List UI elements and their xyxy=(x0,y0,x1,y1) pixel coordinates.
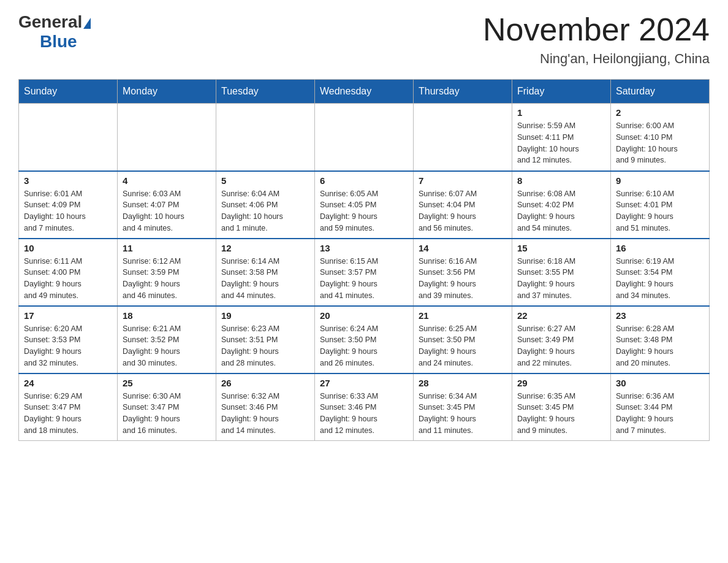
day-number: 11 xyxy=(123,243,211,253)
location-title: Ning'an, Heilongjiang, China xyxy=(483,51,710,67)
day-number: 2 xyxy=(616,107,704,118)
calendar-cell: 11Sunrise: 6:12 AM Sunset: 3:59 PM Dayli… xyxy=(118,239,216,306)
day-number: 26 xyxy=(221,378,309,388)
day-info: Sunrise: 6:27 AM Sunset: 3:49 PM Dayligh… xyxy=(517,323,605,369)
day-number: 5 xyxy=(221,175,309,186)
calendar-cell xyxy=(315,104,414,171)
day-number: 25 xyxy=(123,378,211,388)
calendar-cell: 19Sunrise: 6:23 AM Sunset: 3:51 PM Dayli… xyxy=(216,306,315,373)
calendar-cell: 18Sunrise: 6:21 AM Sunset: 3:52 PM Dayli… xyxy=(118,306,216,373)
day-number: 30 xyxy=(616,378,704,388)
calendar-cell xyxy=(19,104,118,171)
calendar-cell xyxy=(414,104,512,171)
calendar-cell: 15Sunrise: 6:18 AM Sunset: 3:55 PM Dayli… xyxy=(512,239,611,306)
day-number: 18 xyxy=(123,310,211,321)
day-info: Sunrise: 6:03 AM Sunset: 4:07 PM Dayligh… xyxy=(123,188,211,234)
day-info: Sunrise: 6:12 AM Sunset: 3:59 PM Dayligh… xyxy=(123,256,211,302)
day-info: Sunrise: 6:11 AM Sunset: 4:00 PM Dayligh… xyxy=(24,256,112,302)
day-of-week-header: Thursday xyxy=(414,80,512,104)
day-info: Sunrise: 5:59 AM Sunset: 4:11 PM Dayligh… xyxy=(517,120,605,166)
calendar-week-row: 10Sunrise: 6:11 AM Sunset: 4:00 PM Dayli… xyxy=(19,239,710,306)
day-info: Sunrise: 6:25 AM Sunset: 3:50 PM Dayligh… xyxy=(419,323,507,369)
day-info: Sunrise: 6:34 AM Sunset: 3:45 PM Dayligh… xyxy=(419,391,507,437)
calendar-cell: 28Sunrise: 6:34 AM Sunset: 3:45 PM Dayli… xyxy=(414,373,512,441)
logo-triangle-icon xyxy=(83,18,91,29)
day-of-week-header: Tuesday xyxy=(216,80,315,104)
calendar-cell: 4Sunrise: 6:03 AM Sunset: 4:07 PM Daylig… xyxy=(118,171,216,239)
calendar-cell: 8Sunrise: 6:08 AM Sunset: 4:02 PM Daylig… xyxy=(512,171,611,239)
calendar-cell xyxy=(118,104,216,171)
day-of-week-header: Wednesday xyxy=(315,80,414,104)
day-number: 17 xyxy=(24,310,112,321)
day-number: 23 xyxy=(616,310,704,321)
day-number: 13 xyxy=(320,243,408,253)
calendar-week-row: 24Sunrise: 6:29 AM Sunset: 3:47 PM Dayli… xyxy=(19,373,710,441)
day-number: 28 xyxy=(419,378,507,388)
day-info: Sunrise: 6:15 AM Sunset: 3:57 PM Dayligh… xyxy=(320,256,408,302)
day-info: Sunrise: 6:14 AM Sunset: 3:58 PM Dayligh… xyxy=(221,256,309,302)
day-number: 21 xyxy=(419,310,507,321)
day-info: Sunrise: 6:05 AM Sunset: 4:05 PM Dayligh… xyxy=(320,188,408,234)
day-number: 1 xyxy=(517,107,605,118)
calendar-cell: 25Sunrise: 6:30 AM Sunset: 3:47 PM Dayli… xyxy=(118,373,216,441)
day-info: Sunrise: 6:10 AM Sunset: 4:01 PM Dayligh… xyxy=(616,188,704,234)
calendar-cell: 26Sunrise: 6:32 AM Sunset: 3:46 PM Dayli… xyxy=(216,373,315,441)
calendar-header-row: SundayMondayTuesdayWednesdayThursdayFrid… xyxy=(19,80,710,104)
day-number: 27 xyxy=(320,378,408,388)
calendar-cell: 3Sunrise: 6:01 AM Sunset: 4:09 PM Daylig… xyxy=(19,171,118,239)
calendar-cell: 23Sunrise: 6:28 AM Sunset: 3:48 PM Dayli… xyxy=(611,306,710,373)
day-info: Sunrise: 6:28 AM Sunset: 3:48 PM Dayligh… xyxy=(616,323,704,369)
calendar-cell: 24Sunrise: 6:29 AM Sunset: 3:47 PM Dayli… xyxy=(19,373,118,441)
day-of-week-header: Saturday xyxy=(611,80,710,104)
logo: General Blue xyxy=(18,12,89,52)
logo-text: General xyxy=(18,12,89,32)
day-number: 4 xyxy=(123,175,211,186)
page-header: General Blue November 2024 Ning'an, Heil… xyxy=(18,12,710,67)
day-info: Sunrise: 6:04 AM Sunset: 4:06 PM Dayligh… xyxy=(221,188,309,234)
calendar-cell: 27Sunrise: 6:33 AM Sunset: 3:46 PM Dayli… xyxy=(315,373,414,441)
calendar-cell: 30Sunrise: 6:36 AM Sunset: 3:44 PM Dayli… xyxy=(611,373,710,441)
day-number: 16 xyxy=(616,243,704,253)
day-number: 9 xyxy=(616,175,704,186)
day-number: 22 xyxy=(517,310,605,321)
calendar-cell: 2Sunrise: 6:00 AM Sunset: 4:10 PM Daylig… xyxy=(611,104,710,171)
calendar-cell: 1Sunrise: 5:59 AM Sunset: 4:11 PM Daylig… xyxy=(512,104,611,171)
calendar-cell: 20Sunrise: 6:24 AM Sunset: 3:50 PM Dayli… xyxy=(315,306,414,373)
day-number: 14 xyxy=(419,243,507,253)
calendar-cell: 17Sunrise: 6:20 AM Sunset: 3:53 PM Dayli… xyxy=(19,306,118,373)
day-number: 8 xyxy=(517,175,605,186)
calendar-cell: 16Sunrise: 6:19 AM Sunset: 3:54 PM Dayli… xyxy=(611,239,710,306)
day-info: Sunrise: 6:33 AM Sunset: 3:46 PM Dayligh… xyxy=(320,391,408,437)
logo-blue-text: Blue xyxy=(40,32,77,52)
day-number: 24 xyxy=(24,378,112,388)
day-info: Sunrise: 6:29 AM Sunset: 3:47 PM Dayligh… xyxy=(24,391,112,437)
calendar-cell: 7Sunrise: 6:07 AM Sunset: 4:04 PM Daylig… xyxy=(414,171,512,239)
day-of-week-header: Monday xyxy=(118,80,216,104)
calendar-week-row: 3Sunrise: 6:01 AM Sunset: 4:09 PM Daylig… xyxy=(19,171,710,239)
calendar-cell xyxy=(216,104,315,171)
day-number: 3 xyxy=(24,175,112,186)
day-number: 19 xyxy=(221,310,309,321)
day-info: Sunrise: 6:20 AM Sunset: 3:53 PM Dayligh… xyxy=(24,323,112,369)
day-of-week-header: Friday xyxy=(512,80,611,104)
calendar-week-row: 17Sunrise: 6:20 AM Sunset: 3:53 PM Dayli… xyxy=(19,306,710,373)
day-info: Sunrise: 6:08 AM Sunset: 4:02 PM Dayligh… xyxy=(517,188,605,234)
calendar-week-row: 1Sunrise: 5:59 AM Sunset: 4:11 PM Daylig… xyxy=(19,104,710,171)
day-number: 29 xyxy=(517,378,605,388)
day-info: Sunrise: 6:19 AM Sunset: 3:54 PM Dayligh… xyxy=(616,256,704,302)
calendar-cell: 12Sunrise: 6:14 AM Sunset: 3:58 PM Dayli… xyxy=(216,239,315,306)
day-info: Sunrise: 6:36 AM Sunset: 3:44 PM Dayligh… xyxy=(616,391,704,437)
calendar-cell: 9Sunrise: 6:10 AM Sunset: 4:01 PM Daylig… xyxy=(611,171,710,239)
calendar-cell: 10Sunrise: 6:11 AM Sunset: 4:00 PM Dayli… xyxy=(19,239,118,306)
month-title: November 2024 xyxy=(483,12,710,47)
calendar-cell: 6Sunrise: 6:05 AM Sunset: 4:05 PM Daylig… xyxy=(315,171,414,239)
calendar-cell: 29Sunrise: 6:35 AM Sunset: 3:45 PM Dayli… xyxy=(512,373,611,441)
day-info: Sunrise: 6:23 AM Sunset: 3:51 PM Dayligh… xyxy=(221,323,309,369)
calendar-table: SundayMondayTuesdayWednesdayThursdayFrid… xyxy=(18,79,710,441)
day-number: 7 xyxy=(419,175,507,186)
day-info: Sunrise: 6:32 AM Sunset: 3:46 PM Dayligh… xyxy=(221,391,309,437)
day-number: 10 xyxy=(24,243,112,253)
day-info: Sunrise: 6:35 AM Sunset: 3:45 PM Dayligh… xyxy=(517,391,605,437)
day-number: 15 xyxy=(517,243,605,253)
day-info: Sunrise: 6:07 AM Sunset: 4:04 PM Dayligh… xyxy=(419,188,507,234)
